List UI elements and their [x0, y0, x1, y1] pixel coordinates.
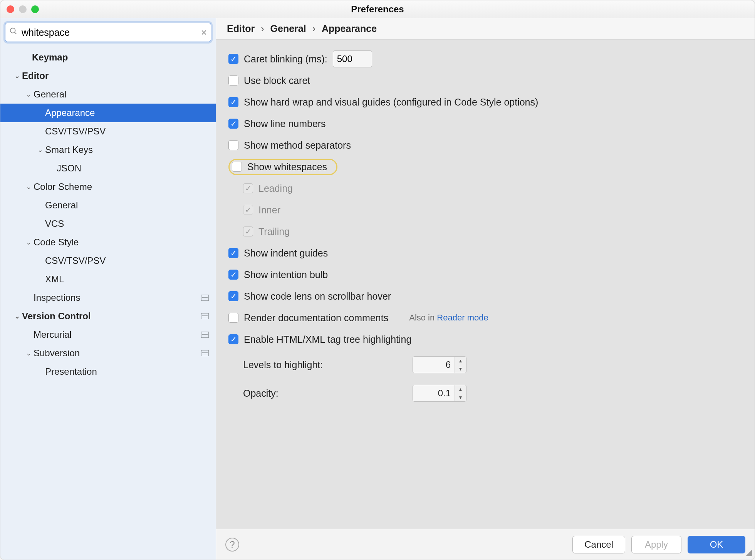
breadcrumb-sep-icon: ›	[312, 23, 315, 34]
svg-point-0	[10, 28, 15, 33]
sidebar: × Keymap ⌄Editor ⌄General Appearance CSV…	[0, 18, 216, 560]
render-doc-comments-checkbox[interactable]	[228, 313, 238, 323]
opacity-label: Opacity:	[243, 388, 413, 399]
enable-html-tag-tree-label: Enable HTML/XML tag tree highlighting	[244, 334, 411, 345]
tree-cs-vcs[interactable]: VCS	[0, 215, 216, 233]
apply-button[interactable]: Apply	[631, 536, 681, 553]
ok-button[interactable]: OK	[688, 536, 745, 553]
search-highlight: Show whitespaces	[228, 159, 337, 175]
show-intention-bulb-checkbox[interactable]	[228, 270, 238, 280]
tree-inspections[interactable]: Inspections	[0, 288, 216, 307]
leading-whitespace-checkbox	[243, 183, 253, 193]
tree-editor[interactable]: ⌄Editor	[0, 67, 216, 85]
show-code-lens-label: Show code lens on scrollbar hover	[244, 291, 391, 302]
breadcrumb-sep-icon: ›	[261, 23, 264, 34]
titlebar: Preferences	[0, 0, 755, 18]
svg-rect-5	[202, 315, 208, 316]
clear-search-icon[interactable]: ×	[201, 27, 207, 37]
caret-blinking-ms-input[interactable]	[333, 50, 372, 67]
tree-general[interactable]: ⌄General	[0, 85, 216, 104]
tree-mercurial[interactable]: Mercurial	[0, 325, 216, 344]
hard-wrap-guides-checkbox[interactable]	[228, 97, 238, 107]
svg-line-1	[15, 32, 17, 34]
spinner-down-icon[interactable]: ▼	[455, 393, 466, 401]
project-scope-icon	[201, 313, 209, 319]
use-block-caret-label: Use block caret	[244, 75, 310, 86]
leading-whitespace-label: Leading	[258, 183, 293, 194]
inner-whitespace-checkbox	[243, 205, 253, 215]
breadcrumb-editor[interactable]: Editor	[227, 23, 255, 34]
tree-xml[interactable]: XML	[0, 270, 216, 288]
breadcrumb: Editor › General › Appearance	[216, 18, 755, 40]
search-box[interactable]: ×	[5, 23, 211, 42]
tree-colorscheme[interactable]: ⌄Color Scheme	[0, 178, 216, 196]
chevron-down-icon[interactable]: ⌄	[23, 238, 34, 246]
spinner-up-icon[interactable]: ▲	[455, 357, 466, 365]
tree-subversion[interactable]: ⌄Subversion	[0, 344, 216, 362]
svg-rect-7	[202, 334, 208, 335]
use-block-caret-checkbox[interactable]	[228, 75, 238, 86]
show-indent-guides-label: Show indent guides	[244, 248, 328, 259]
tree-cs-general[interactable]: General	[0, 196, 216, 215]
tree-presentation[interactable]: Presentation	[0, 362, 216, 381]
levels-value[interactable]: 6	[413, 357, 455, 373]
trailing-whitespace-checkbox	[243, 226, 253, 236]
tree-keymap[interactable]: Keymap	[0, 48, 216, 67]
spinner-down-icon[interactable]: ▼	[455, 365, 466, 373]
svg-rect-9	[202, 352, 208, 353]
reader-mode-link[interactable]: Reader mode	[437, 313, 488, 322]
trailing-whitespace-label: Trailing	[258, 226, 290, 237]
show-indent-guides-checkbox[interactable]	[228, 248, 238, 258]
chevron-down-icon[interactable]: ⌄	[35, 146, 45, 154]
resize-grip-icon[interactable]: ◢	[746, 547, 752, 557]
svg-rect-3	[202, 297, 208, 298]
render-doc-comments-label: Render documentation comments	[244, 312, 388, 324]
also-in-hint: Also in Reader mode	[409, 313, 488, 323]
caret-blinking-label: Caret blinking (ms):	[244, 54, 327, 65]
tree-version-control[interactable]: ⌄Version Control	[0, 307, 216, 325]
tree-codestyle[interactable]: ⌄Code Style	[0, 233, 216, 251]
chevron-down-icon[interactable]: ⌄	[12, 72, 22, 80]
settings-tree: Keymap ⌄Editor ⌄General Appearance CSV/T…	[0, 44, 216, 560]
levels-to-highlight-label: Levels to highlight:	[243, 359, 413, 371]
show-code-lens-checkbox[interactable]	[228, 291, 238, 301]
chevron-down-icon[interactable]: ⌄	[23, 183, 34, 191]
help-button[interactable]: ?	[225, 538, 239, 552]
show-line-numbers-checkbox[interactable]	[228, 119, 238, 129]
tree-cs-csvtsvpsv[interactable]: CSV/TSV/PSV	[0, 251, 216, 270]
show-whitespaces-label: Show whitespaces	[247, 161, 327, 173]
tree-csvtsvpsv[interactable]: CSV/TSV/PSV	[0, 122, 216, 141]
tree-appearance[interactable]: Appearance	[0, 104, 216, 122]
tree-json[interactable]: JSON	[0, 159, 216, 178]
breadcrumb-general[interactable]: General	[270, 23, 306, 34]
inner-whitespace-label: Inner	[258, 205, 280, 216]
tree-smartkeys[interactable]: ⌄Smart Keys	[0, 141, 216, 159]
opacity-value[interactable]: 0.1	[413, 385, 455, 401]
caret-blinking-checkbox[interactable]	[228, 54, 238, 64]
chevron-down-icon[interactable]: ⌄	[23, 349, 34, 357]
dialog-footer: ? Cancel Apply OK	[216, 529, 755, 560]
show-intention-bulb-label: Show intention bulb	[244, 269, 328, 280]
chevron-down-icon[interactable]: ⌄	[23, 90, 34, 99]
spinner-up-icon[interactable]: ▲	[455, 385, 466, 393]
hard-wrap-guides-label: Show hard wrap and visual guides (config…	[244, 97, 538, 108]
search-icon	[9, 27, 18, 38]
cancel-button[interactable]: Cancel	[572, 536, 625, 553]
project-scope-icon	[201, 350, 209, 356]
settings-content: Caret blinking (ms): Use block caret Sho…	[216, 40, 755, 529]
opacity-spinner[interactable]: 0.1 ▲▼	[413, 385, 466, 402]
search-input[interactable]	[22, 27, 197, 38]
levels-to-highlight-spinner[interactable]: 6 ▲▼	[413, 356, 466, 373]
enable-html-tag-tree-checkbox[interactable]	[228, 334, 238, 344]
chevron-down-icon[interactable]: ⌄	[12, 312, 22, 320]
window-title: Preferences	[0, 4, 755, 15]
show-line-numbers-label: Show line numbers	[244, 118, 326, 129]
breadcrumb-appearance: Appearance	[322, 23, 377, 34]
show-whitespaces-checkbox[interactable]	[232, 162, 242, 172]
project-scope-icon	[201, 332, 209, 338]
show-method-separators-label: Show method separators	[244, 140, 351, 151]
project-scope-icon	[201, 295, 209, 301]
show-method-separators-checkbox[interactable]	[228, 140, 238, 150]
